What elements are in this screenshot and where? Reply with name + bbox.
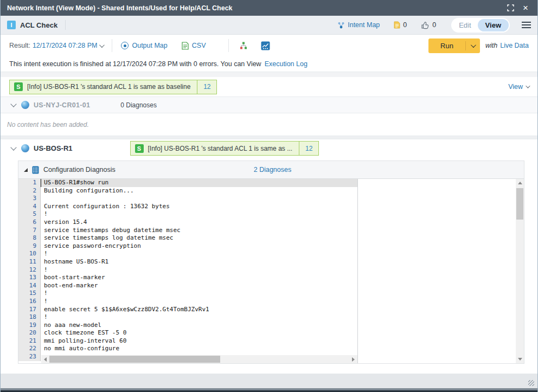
device-tree-button[interactable] bbox=[238, 40, 249, 52]
line-number: 2 bbox=[18, 187, 41, 195]
line-text: Current configuration : 13632 bytes bbox=[41, 203, 357, 211]
line-text: US-BOS-R1#show run bbox=[41, 179, 357, 187]
code-line[interactable]: 9service password-encryption bbox=[18, 242, 357, 250]
output-map-icon bbox=[121, 42, 129, 49]
code-line[interactable]: 18! bbox=[18, 313, 357, 322]
scroll-down-arrow[interactable] bbox=[516, 355, 524, 363]
severity-icon: S bbox=[135, 144, 144, 153]
horizontal-scrollbar[interactable] bbox=[41, 355, 357, 363]
code-line[interactable]: 5! bbox=[18, 210, 357, 219]
line-text: clock timezone EST -5 0 bbox=[41, 329, 357, 337]
code-line[interactable]: 19no aaa new-model bbox=[18, 322, 357, 330]
output-map-button[interactable]: Output Map bbox=[121, 42, 167, 49]
live-data-link[interactable]: Live Data bbox=[500, 42, 529, 49]
scroll-up-arrow[interactable] bbox=[516, 179, 524, 187]
csv-button[interactable]: CSV bbox=[182, 42, 206, 50]
intent-map-button[interactable]: Intent Map bbox=[337, 21, 380, 29]
scrollbar-thumb[interactable] bbox=[49, 356, 220, 363]
line-number: 9 bbox=[18, 242, 41, 250]
run-button[interactable]: Run bbox=[428, 38, 465, 53]
code-line[interactable]: 22no mmi auto-configure bbox=[18, 345, 357, 353]
code-line[interactable]: 7service timestamps debug datetime msec bbox=[18, 227, 357, 235]
code-line[interactable]: 10! bbox=[18, 250, 357, 258]
code-line[interactable]: 8service timestamps log datetime msec bbox=[18, 234, 357, 242]
scrollbar-thumb[interactable] bbox=[516, 188, 523, 220]
code-line[interactable]: 15! bbox=[18, 290, 357, 298]
intent-header: I ACL Check Intent Map 0 bbox=[1, 16, 537, 35]
code-line[interactable]: 12! bbox=[18, 266, 357, 274]
intent-map-icon bbox=[337, 22, 345, 29]
config-code-viewer[interactable]: 1US-BOS-R1#show run2Building configurati… bbox=[18, 179, 358, 363]
line-number: 19 bbox=[18, 322, 41, 330]
run-options-button[interactable] bbox=[466, 38, 480, 53]
line-number: 6 bbox=[18, 219, 41, 227]
summary-badge[interactable]: S [Info] US-BOS-R1 's standard ACL 1 is … bbox=[9, 80, 217, 94]
result-label: Result: bbox=[9, 42, 30, 49]
line-number: 13 bbox=[18, 274, 41, 282]
line-number: 20 bbox=[18, 329, 41, 337]
device-badge[interactable]: S [Info] US-BOS-R1 's standard ACL 1 is … bbox=[130, 141, 319, 156]
code-line[interactable]: 1US-BOS-R1#show run bbox=[18, 179, 357, 187]
menu-button[interactable] bbox=[522, 20, 531, 30]
collapse-chevron-icon[interactable] bbox=[10, 101, 16, 107]
summary-badge-count[interactable]: 12 bbox=[197, 80, 216, 94]
line-number: 8 bbox=[18, 234, 41, 242]
line-number: 18 bbox=[18, 313, 41, 322]
code-line[interactable]: 2Building configuration... bbox=[18, 187, 357, 195]
expanded-triangle-icon[interactable] bbox=[24, 168, 28, 172]
code-line[interactable]: 21mmi polling-interval 60 bbox=[18, 337, 357, 345]
maximize-button[interactable] bbox=[505, 3, 516, 14]
edit-tab[interactable]: Edit bbox=[452, 20, 477, 31]
diagnoses-link[interactable]: 2 Diagnoses bbox=[254, 166, 292, 173]
dashboard-chart-icon bbox=[261, 41, 270, 50]
diagnosis-panel-title: Configuration Diagnosis bbox=[43, 166, 116, 173]
code-line[interactable]: 3 bbox=[18, 195, 357, 203]
divider bbox=[228, 39, 229, 52]
network-intent-dialog: Network Intent (View Mode) - Shared Inte… bbox=[0, 0, 538, 392]
code-line[interactable]: 20clock timezone EST -5 0 bbox=[18, 329, 357, 337]
line-text: boot-start-marker bbox=[41, 274, 357, 282]
line-number: 7 bbox=[18, 227, 41, 235]
execution-log-link[interactable]: Execution Log bbox=[265, 60, 308, 68]
divider bbox=[1, 72, 537, 77]
scrollbar-track[interactable] bbox=[49, 355, 349, 363]
note-counter[interactable]: 0 bbox=[394, 21, 407, 29]
line-text: service timestamps log datetime msec bbox=[41, 234, 357, 242]
code-line[interactable]: 14boot-end-marker bbox=[18, 282, 357, 290]
device-badge-count[interactable]: 12 bbox=[299, 142, 318, 155]
result-dropdown[interactable]: Result: 12/17/2024 07:28 PM bbox=[9, 42, 103, 49]
device-tree-icon bbox=[239, 41, 248, 50]
line-text bbox=[41, 195, 357, 203]
code-line[interactable]: 6version 15.4 bbox=[18, 219, 357, 227]
vertical-scrollbar[interactable] bbox=[516, 179, 524, 363]
collapse-chevron-icon[interactable] bbox=[10, 144, 16, 150]
code-line[interactable]: 13boot-start-marker bbox=[18, 274, 357, 282]
code-line[interactable]: 16! bbox=[18, 298, 357, 306]
csv-label: CSV bbox=[192, 42, 206, 49]
intent-map-label: Intent Map bbox=[348, 21, 380, 29]
line-number: 16 bbox=[18, 298, 41, 306]
resize-grip[interactable] bbox=[528, 380, 534, 386]
scroll-right-arrow[interactable] bbox=[349, 355, 357, 363]
line-text: ! bbox=[41, 250, 357, 258]
view-dropdown[interactable]: View bbox=[508, 83, 529, 91]
chevron-down-icon bbox=[99, 42, 105, 48]
with-label: with bbox=[485, 42, 497, 49]
maximize-icon bbox=[507, 4, 514, 11]
code-line[interactable]: 11hostname US-BOS-R1 bbox=[18, 258, 357, 266]
divider bbox=[112, 39, 112, 52]
device-row-us-nyj-cr01-01[interactable]: US-NYJ-CR01-01 0 Diagnoses bbox=[1, 97, 537, 113]
close-button[interactable]: × bbox=[520, 3, 531, 14]
like-counter[interactable]: 0 bbox=[421, 21, 436, 29]
view-tab[interactable]: View bbox=[478, 19, 509, 31]
code-line[interactable]: 17enable secret 5 $1$A6xe$wCzz8DV2.Gt4To… bbox=[18, 306, 357, 314]
device-name: US-BOS-R1 bbox=[34, 144, 73, 152]
scroll-left-arrow[interactable] bbox=[41, 355, 49, 363]
scrollbar-track[interactable] bbox=[516, 187, 524, 355]
line-number: 10 bbox=[18, 250, 41, 258]
device-row-us-bos-r1[interactable]: US-BOS-R1 S [Info] US-BOS-R1 's standard… bbox=[1, 139, 537, 157]
config-file-icon bbox=[32, 166, 39, 174]
code-line[interactable]: 4Current configuration : 13632 bytes bbox=[18, 203, 357, 211]
dashboard-button[interactable] bbox=[259, 40, 271, 52]
execution-status-row: This intent execution is finished at 12/… bbox=[1, 56, 537, 72]
